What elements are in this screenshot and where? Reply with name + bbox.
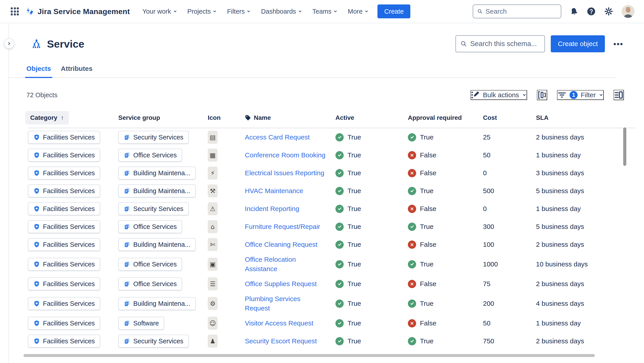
horizontal-scrollbar-thumb[interactable]	[24, 354, 595, 357]
pages-icon	[124, 205, 130, 212]
object-name-link[interactable]: Access Card Request	[245, 133, 310, 141]
shield-icon	[33, 281, 40, 287]
object-name-link[interactable]: Conference Room Booking	[245, 151, 325, 159]
category-chip[interactable]: Facilities Services	[28, 297, 100, 310]
table-row: Facilities Services Building Maintena...…	[28, 164, 635, 182]
object-name-link[interactable]: Electrical Issues Reporting	[245, 169, 324, 177]
settings-gear-icon[interactable]	[604, 7, 613, 16]
check-icon	[410, 224, 414, 229]
nav-item-your-work[interactable]: Your work	[142, 8, 177, 15]
sla-cell: 2 business days	[536, 241, 635, 248]
vertical-scrollbar-thumb[interactable]	[623, 127, 626, 166]
nav-item-filters[interactable]: Filters	[227, 8, 251, 15]
column-header-service-group[interactable]: Service group	[118, 114, 208, 121]
schema-search[interactable]	[456, 35, 545, 52]
column-header-active[interactable]: Active	[336, 114, 408, 121]
service-group-chip[interactable]: Office Services	[118, 149, 182, 162]
service-group-chip[interactable]: Building Maintena...	[118, 167, 196, 179]
global-search-input[interactable]	[486, 7, 557, 15]
object-name-link[interactable]: Furniture Request/Repair	[245, 223, 320, 230]
column-header-approval-required[interactable]: Approval required	[408, 114, 483, 121]
nav-item-teams[interactable]: Teams	[312, 8, 338, 15]
sidebar-expand-button[interactable]	[4, 38, 14, 49]
nav-item-dashboards[interactable]: Dashboards	[261, 8, 302, 15]
status-badge	[408, 337, 416, 345]
status-badge	[408, 151, 416, 159]
nav-item-more[interactable]: More	[348, 8, 368, 15]
notifications-bell-icon[interactable]	[570, 7, 578, 16]
create-button[interactable]: Create	[378, 4, 410, 18]
object-name-link[interactable]: Incident Reporting	[245, 205, 300, 212]
column-header-icon[interactable]: Icon	[208, 114, 245, 121]
object-name-link[interactable]: HVAC Maintenance	[245, 187, 303, 194]
object-name-link[interactable]: Office Supplies Request	[245, 280, 317, 288]
bulk-actions-button[interactable]: Bulk actions	[470, 90, 527, 100]
service-group-chip[interactable]: Building Maintena...	[118, 238, 196, 251]
tab-attributes[interactable]: Attributes	[61, 65, 92, 77]
category-chip[interactable]: Facilities Services	[28, 317, 100, 330]
category-chip[interactable]: Facilities Services	[28, 149, 100, 162]
category-chip[interactable]: Facilities Services	[28, 335, 100, 348]
active-cell: True	[336, 223, 408, 231]
category-label: Facilities Services	[43, 280, 95, 288]
service-group-chip[interactable]: Building Maintena...	[118, 184, 196, 197]
object-name-link[interactable]: Office Cleaning Request	[245, 241, 318, 248]
category-chip[interactable]: Facilities Services	[28, 258, 100, 271]
help-icon[interactable]	[587, 7, 596, 16]
cost-cell: 0	[483, 169, 536, 177]
service-group-chip[interactable]: Security Services	[118, 335, 189, 348]
category-chip[interactable]: Facilities Services	[28, 184, 100, 197]
detail-view-button[interactable]	[614, 90, 624, 100]
label-tag-icon	[245, 115, 251, 121]
active-cell: True	[336, 280, 408, 288]
approval-required-cell: False	[408, 169, 483, 177]
object-name-link[interactable]: Security Escort Request	[245, 337, 317, 345]
service-group-chip[interactable]: Security Services	[118, 202, 189, 215]
category-chip[interactable]: Facilities Services	[28, 202, 100, 215]
tab-objects[interactable]: Objects	[26, 65, 51, 77]
service-group-label: Security Services	[133, 338, 183, 345]
object-name-link[interactable]: Visitor Access Request	[245, 320, 313, 327]
category-chip[interactable]: Facilities Services	[28, 220, 100, 233]
sort-ascending-icon[interactable]: ↑	[61, 114, 64, 121]
chart-view-button[interactable]	[537, 90, 547, 100]
service-group-chip[interactable]: Building Maintena...	[118, 297, 196, 310]
approval-required-cell: False	[408, 241, 483, 249]
category-chip[interactable]: Facilities Services	[28, 167, 100, 179]
category-chip[interactable]: Facilities Services	[28, 238, 100, 251]
service-group-label: Security Services	[133, 134, 183, 141]
service-group-chip[interactable]: Office Services	[118, 258, 182, 271]
app-switcher-icon[interactable]	[11, 7, 19, 15]
column-header-name[interactable]: Name	[245, 114, 336, 121]
approval-value: False	[420, 169, 436, 177]
active-cell: True	[336, 205, 408, 213]
column-header-cost[interactable]: Cost	[483, 114, 536, 121]
filter-button[interactable]: 1 Filter	[557, 90, 604, 100]
object-name-link[interactable]: Plumbing Services Request	[245, 295, 300, 312]
more-actions-button[interactable]: •••	[611, 39, 626, 48]
category-chip[interactable]: Facilities Services	[28, 277, 100, 290]
schema-search-input[interactable]	[470, 40, 540, 48]
approval-value: False	[420, 151, 436, 159]
jira-logo[interactable]: Jira Service Management	[24, 6, 130, 16]
column-header-category[interactable]: Category ↑	[28, 111, 118, 124]
user-avatar[interactable]	[622, 5, 634, 18]
main-content: Service Create object ••• Objects Attrib…	[9, 24, 644, 363]
status-badge	[336, 337, 344, 345]
object-name-link[interactable]: Office Relocation Assistance	[245, 256, 296, 273]
service-group-chip[interactable]: Office Services	[118, 220, 182, 233]
service-group-chip[interactable]: Software	[118, 317, 164, 330]
bulk-edit-icon	[471, 90, 480, 99]
category-label: Facilities Services	[43, 223, 95, 230]
x-icon	[410, 321, 414, 326]
category-label: Facilities Services	[43, 134, 95, 141]
global-search[interactable]	[473, 4, 561, 18]
column-header-sla[interactable]: SLA	[536, 114, 635, 121]
service-group-chip[interactable]: Security Services	[118, 131, 189, 144]
category-chip[interactable]: Facilities Services	[28, 131, 100, 144]
nav-item-projects[interactable]: Projects	[188, 8, 217, 15]
service-group-chip[interactable]: Office Services	[118, 277, 182, 290]
create-object-button[interactable]: Create object	[551, 35, 605, 52]
status-badge	[336, 319, 344, 328]
status-badge	[336, 260, 344, 269]
